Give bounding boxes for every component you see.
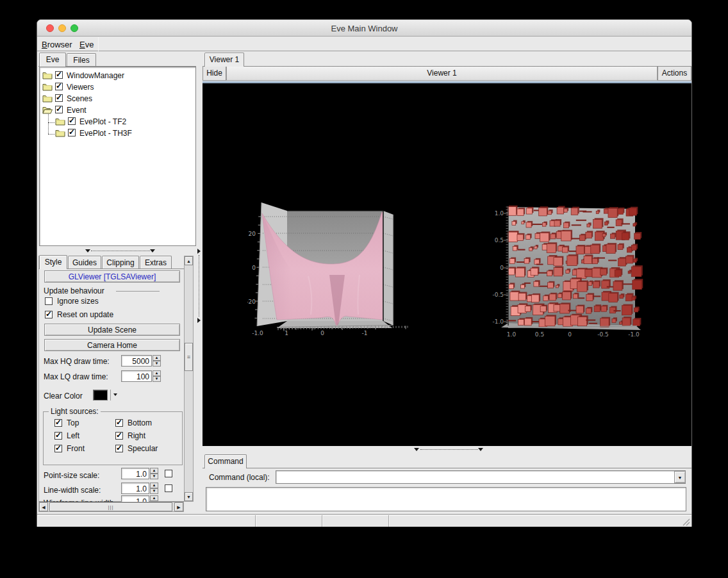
y-tick-label: 0.5 [495,237,504,244]
max-lq-input[interactable]: 100 [121,370,152,382]
camera-home-button[interactable]: Camera Home [44,339,180,351]
scroll-down-button[interactable]: ▼ [185,492,193,501]
command-output-area[interactable] [206,487,686,511]
light-left-label: Left [67,431,79,440]
tree-item-label: Event [67,106,87,115]
menu-bar: Browser Eve [37,37,691,51]
light-bottom-checkbox[interactable]: ✓ [115,419,123,427]
point-size-checkbox[interactable] [165,470,172,477]
title-bar[interactable]: Eve Main Window [37,20,691,37]
splitter-arrow-icon [150,249,155,252]
scrollbar-thumb[interactable]: ||| [49,502,172,511]
max-lq-label: Max LQ draw time: [44,372,108,381]
menu-browser[interactable]: Browser [42,40,72,49]
menu-separator [98,37,99,51]
light-specular-checkbox[interactable]: ✓ [115,445,123,452]
light-front-checkbox[interactable]: ✓ [54,445,62,452]
update-behaviour-label: Update behaviour [44,286,104,295]
x-tick-label: 0.5 [535,331,544,338]
clear-color-swatch[interactable] [93,390,108,400]
tree-checkbox[interactable]: ✓ [55,71,63,79]
spin-up-button[interactable]: ▲ [153,370,161,376]
reset-on-update-checkbox[interactable]: ✓ [45,311,53,318]
light-top-checkbox[interactable]: ✓ [54,419,62,427]
x-tick-label: 1 [285,330,288,336]
menu-eve[interactable]: Eve [79,40,94,49]
tab-underline [203,468,691,468]
y-tick-label: -1.0 [492,318,504,325]
max-hq-input[interactable]: 5000 [121,355,152,367]
z-tick-label: 0 [252,265,256,271]
combo-dropdown-button[interactable]: ▼ [674,471,686,483]
spin-down-button[interactable]: ▼ [153,361,161,367]
point-size-label: Point-size scale: [44,471,99,480]
light-sources-label: Light sources: [49,407,101,416]
command-combobox[interactable]: ▼ [276,470,686,484]
spin-up-button[interactable]: ▲ [150,495,158,501]
dropdown-arrow-icon [113,393,117,396]
viewer-title[interactable]: Viewer 1 [226,67,658,81]
spin-down-button[interactable]: ▼ [150,474,158,479]
x-tick-label: -1 [362,330,368,336]
y-axis-ticks [504,207,508,323]
tree-connector [48,112,49,134]
spin-down-button[interactable]: ▼ [153,376,161,382]
section-line [116,291,160,292]
line-width-input[interactable]: 1.0 [121,483,149,494]
spin-up-button[interactable]: ▲ [150,483,158,488]
tree-checkbox[interactable]: ✓ [55,94,63,102]
spin-up-button[interactable]: ▲ [153,355,161,361]
tree-checkbox[interactable]: ✓ [55,106,63,113]
spin-up-button[interactable]: ▲ [150,468,158,474]
command-local-label: Command (local): [209,473,270,482]
splitter-dots [91,251,150,251]
x-tick-label: -0.5 [597,331,609,338]
point-size-input[interactable]: 1.0 [121,468,149,479]
th3f-box-plot[interactable]: 1.0 0.5 0 -0.5 -1.0 1.0 0.5 0 -0.5 -1.0 [475,199,647,342]
folder-icon [42,83,53,91]
scrollbar-thumb[interactable]: ≡ [185,343,193,371]
status-segment [256,515,322,527]
tree-checkbox[interactable]: ✓ [68,129,76,136]
tree-item-label: Viewers [67,83,94,92]
tab-style[interactable]: Style [39,255,67,269]
eve-tree-view[interactable]: ✓ WindowManager ✓ Viewers ✓ Scenes ✓ Eve… [39,67,196,246]
line-width-checkbox[interactable] [165,484,172,492]
settings-scrollbar[interactable]: ▲ ≡ ▼ [184,256,194,502]
update-scene-button[interactable]: Update Scene [44,324,180,336]
left-panel-hscrollbar[interactable]: ◀ ||| ▶ [38,502,184,512]
glviewer-button[interactable]: GLViewer [TGLSAViewer] [44,270,180,283]
scroll-left-button[interactable]: ◀ [39,502,48,511]
spin-down-button[interactable]: ▼ [150,488,158,494]
hide-button[interactable]: Hide [203,67,226,81]
scroll-up-button[interactable]: ▲ [185,256,193,265]
gl-viewport[interactable]: 20 0 -20 -1.0 1 0 -1 1.0 0.5 0 - [203,83,691,446]
light-right-checkbox[interactable]: ✓ [115,432,123,440]
tree-connector [48,122,54,123]
splitter-arrow-icon [85,249,90,252]
actions-button[interactable]: Actions [658,67,691,81]
viewer-command-splitter[interactable] [203,447,691,454]
status-segment [389,515,691,527]
tab-files[interactable]: Files [67,53,96,67]
window-title: Eve Main Window [37,24,691,33]
tree-item-label: EvePlot - TH3F [79,129,132,138]
panel-vsplitter[interactable] [197,53,203,513]
ignore-sizes-checkbox[interactable] [45,297,53,305]
tab-eve[interactable]: Eve [39,53,66,67]
tf2-surface-plot[interactable]: 20 0 -20 -1.0 1 0 -1 [247,199,415,345]
tree-checkbox[interactable]: ✓ [55,83,63,90]
tab-command[interactable]: Command [204,454,247,468]
line-width-label: Line-width scale: [44,486,101,495]
tree-checkbox[interactable]: ✓ [68,117,76,125]
resize-grip[interactable] [682,518,690,526]
clear-color-dropdown-button[interactable] [110,390,119,400]
command-input[interactable] [277,472,673,483]
scroll-right-button[interactable]: ▶ [174,502,183,511]
reset-on-update-label: Reset on update [57,310,113,319]
folder-icon [42,71,53,79]
left-panel-splitter[interactable] [38,247,196,254]
tab-viewer-1[interactable]: Viewer 1 [204,53,244,67]
tree-item-label: EvePlot - TF2 [79,117,126,126]
light-left-checkbox[interactable]: ✓ [54,432,62,440]
